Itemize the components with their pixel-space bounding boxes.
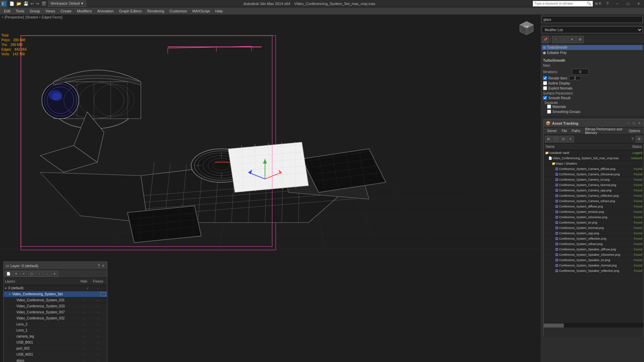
move-down-btn[interactable]: ↓ [560,36,568,43]
materials-check[interactable] [547,105,551,109]
asset-menu-file[interactable]: File [559,127,569,135]
save-btn[interactable]: 💾 [23,1,29,6]
asset-menu-bitmap[interactable]: Bitmap Performance and Memory [583,127,626,135]
redo-btn[interactable]: ↪ [35,1,40,6]
modifier-turbosmooth[interactable]: TurboSmooth [542,45,643,50]
layers-move-down-btn[interactable]: ↓ [44,271,50,277]
asset-menu-paths[interactable]: Paths [570,127,583,135]
asset-list-item[interactable]: 🖼 Conference_System_Camera_ior.png Found [544,177,644,182]
asset-list-item[interactable]: 🖼 Conference_System_Speaker_reflection.p… [544,268,644,274]
move-btn[interactable]: ↑ [552,36,559,43]
menu-rendering[interactable]: Rendering [145,7,167,15]
asset-list-item[interactable]: 🖼 Conference_System_refract.png Found [544,241,644,247]
explicit-normals-check[interactable] [543,86,547,90]
menu-animation[interactable]: Animation [95,7,116,15]
menu-group[interactable]: Group [27,7,43,15]
nav-cube[interactable]: TOP [517,18,537,38]
viewport-perspective[interactable]: [Perspective] [5,15,24,19]
delete-mod-btn[interactable]: ✕ [568,36,576,43]
asset-h-scroll[interactable] [544,323,644,327]
search-type-icon1[interactable]: ⊞ [595,2,598,5]
modifier-list-dropdown[interactable]: Modifier List [542,26,643,33]
asset-list-item[interactable]: 🖼 Conference_System_emissiv.png Found [544,209,644,215]
asset-help-btn[interactable]: ? [631,137,634,141]
smoothing-groups-check[interactable] [547,110,551,114]
layer-item[interactable]: ▶ Video_Conferencing_System_Set --- [4,291,107,297]
asset-menu-options[interactable]: Options [627,127,642,135]
asset-list-item[interactable]: 📄 Video_Conferencing_System_Set_max_vray… [544,156,644,161]
asset-list-item[interactable]: 🖼 Conference_System_Camera_Glossines.png… [544,172,644,177]
undo-btn[interactable]: ↩ [30,1,35,6]
layer-item[interactable]: USB_A001 --- --- [4,352,107,358]
layer-item[interactable]: USB_B001 --- --- [4,340,107,346]
asset-list-item[interactable]: 📁 Maps / Shaders [544,161,644,166]
new-btn[interactable]: 📄 [9,1,15,6]
menu-views[interactable]: Views [43,7,58,15]
asset-list-item[interactable]: 🖼 Conference_System_opp.png Found [544,231,644,236]
asset-list-item[interactable]: 🖼 Conference_System_Glossines.png Found [544,215,644,220]
asset-minimize-btn[interactable]: − [626,121,631,125]
asset-list-item[interactable]: 🖼 Conference_System_reflection.png Found [544,236,644,241]
menu-create[interactable]: Create [58,7,74,15]
search-input[interactable] [534,2,587,5]
help-icon[interactable]: ? [604,1,610,7]
layer-item[interactable]: port_002 --- --- [4,346,107,352]
menu-modifiers[interactable]: Modifiers [74,7,95,15]
layers-help-btn[interactable]: ? [97,263,101,268]
asset-h-thumb[interactable] [544,323,564,327]
config-btn[interactable]: ⚙ [576,36,584,43]
layer-item[interactable]: Video_Conference_System_033 --- --- [4,303,107,309]
layers-add-btn[interactable]: + [20,271,27,277]
minimize-button[interactable]: − [612,0,623,7]
search-type-icon2[interactable]: A [599,2,601,5]
viewport-shading[interactable]: [Shaded + Edged Faces] [25,15,62,19]
asset-list-item[interactable]: 🖼 Conference_System_Camera_Normal.png Fo… [544,182,644,188]
open-btn[interactable]: 📂 [16,1,22,6]
menu-tools[interactable]: Tools [13,7,27,15]
menu-graph-editors[interactable]: Graph Editors [116,7,145,15]
viewport-plus[interactable]: + [1,15,3,19]
asset-list-item[interactable]: 🖼 Conference_System_diffuse.png Found [544,204,644,209]
asset-settings-btn[interactable]: ⚙ [636,136,642,142]
layer-item[interactable]: Lens_1 --- --- [4,327,107,334]
asset-list-item[interactable]: 🖼 Conference_System_Speaker_Normal.png F… [544,263,644,268]
iterations-input[interactable] [572,69,589,75]
menu-edit[interactable]: Edit [1,7,13,15]
smooth-result-check[interactable] [543,96,547,100]
render-iters-input[interactable] [569,76,581,80]
layer-item[interactable]: Video_Conference_System_007 --- --- [4,309,107,315]
menu-help[interactable]: Help [213,7,226,15]
asset-tool4[interactable]: ≡ [567,136,574,142]
restore-button[interactable]: □ [623,0,633,7]
asset-list-item[interactable]: 🖼 Conference_System_Speaker_ior.png Foun… [544,257,644,263]
layer-item[interactable]: camera_leg --- --- [4,334,107,340]
layer-item[interactable]: Video_Conference_System_032 --- --- [4,315,107,321]
menu-customize[interactable]: Customize [167,7,190,15]
asset-tool2[interactable]: ⬛ [552,136,559,142]
asset-tool1[interactable]: ⊞ [545,136,552,142]
asset-restore-btn[interactable]: □ [632,121,636,125]
asset-tool3[interactable]: ⊟ [560,136,567,142]
render-btn[interactable]: 🎬 [41,1,47,6]
asset-list-item[interactable]: 🖼 Conference_System_Speaker_diffuse.png … [544,247,644,252]
layer-item[interactable]: ▶ 0 (default) ✓ --- [4,285,107,291]
pin-btn[interactable]: 📌 [542,36,549,43]
asset-list-item[interactable]: 🖼 Conference_System_Camera_opp.png Found [544,188,644,193]
isoline-check[interactable] [543,81,547,85]
asset-list-item[interactable]: 📁 Autodesk Vault Logged [544,150,644,156]
layers-move-up-btn[interactable]: ↑ [36,271,43,277]
modifier-editable-poly[interactable]: Editable Poly [542,50,643,56]
asset-list-item[interactable]: 🖼 Conference_System_Speaker_Glossines.pn… [544,252,644,257]
asset-list-item[interactable]: 🖼 Conference_System_ior.png Found [544,220,644,225]
layer-item[interactable]: glass --- --- [4,358,107,362]
asset-list-item[interactable]: 🖼 Conference_System_Camera_diffuse.png F… [544,166,644,172]
layers-sel-btn[interactable]: ◻ [28,271,35,277]
layers-close-btn[interactable]: × [101,263,105,268]
layer-item[interactable]: Lens_2 --- --- [4,321,107,327]
asset-close-btn[interactable]: × [637,121,642,125]
asset-menu-server[interactable]: Server [545,127,559,135]
glass-search-input[interactable] [542,16,643,23]
render-iters-check[interactable] [543,76,547,80]
layers-sort-btn[interactable]: ≡ [51,271,58,277]
asset-list-item[interactable]: 🖼 Conference_System_Camera_reflection.pn… [544,193,644,198]
